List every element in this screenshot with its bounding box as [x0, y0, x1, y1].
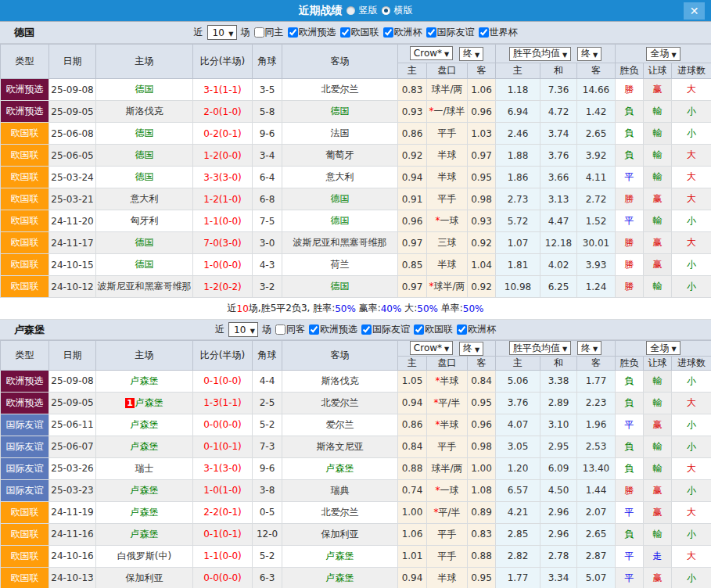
league-checkbox[interactable] [288, 27, 298, 38]
horizontal-layout-label[interactable]: 横版 [394, 4, 413, 17]
chevron-down-icon [442, 48, 449, 59]
result-handicap-cell: 輸 [644, 523, 672, 545]
same-venue-filter[interactable]: 同客 [271, 323, 305, 336]
date-cell: 25-09-08 [49, 370, 96, 392]
same-venue-filter[interactable]: 同主 [250, 26, 284, 39]
horizontal-layout-radio[interactable] [382, 6, 390, 15]
score-cell: 3-3(3-0) [193, 167, 253, 188]
league-filter[interactable]: 欧洲杯 [379, 26, 422, 39]
league-checkbox[interactable] [426, 27, 436, 38]
league-checkbox[interactable] [383, 27, 393, 38]
vertical-layout-label[interactable]: 竖版 [359, 4, 378, 17]
handicap-cell: 平手 [427, 123, 468, 145]
league-checkbox[interactable] [361, 324, 372, 335]
away-team-name: 荷兰 [331, 259, 350, 270]
league-checkbox[interactable] [309, 324, 319, 335]
avg-select[interactable]: 胜平负均值 [509, 47, 571, 61]
crow-away-odds-cell: 0.92 [468, 232, 496, 254]
league-checkbox[interactable] [457, 324, 467, 335]
odds-time-select[interactable]: 终 [459, 47, 483, 61]
avg-draw-cell: 2.78 [540, 545, 577, 567]
avg-draw-cell: 3.66 [540, 167, 577, 188]
handicap-cell: *一球 [427, 479, 468, 501]
team-name: 德国 [14, 26, 34, 40]
crow-away-odds-cell: 0.98 [468, 188, 496, 210]
league-type-cell: 欧国联 [1, 276, 49, 298]
league-filter[interactable]: 欧洲杯 [453, 323, 496, 336]
handicap-cell: *平/半 [427, 392, 468, 414]
league-filter[interactable]: 欧国联 [336, 26, 379, 39]
away-team-name: 意大利 [326, 171, 354, 182]
avg-home-cell: 2.73 [496, 188, 540, 210]
avg-select[interactable]: 胜平负均值 [509, 341, 571, 355]
crow-home-odds-cell: 0.86 [398, 123, 427, 145]
vertical-layout-radio[interactable] [347, 6, 355, 15]
result-handicap-cell: 赢 [644, 479, 672, 501]
crow-home-odds-cell: 0.92 [398, 145, 427, 167]
col-odds-home: 主 [398, 63, 427, 79]
away-team-cell: 斯洛文尼亚 [282, 436, 398, 457]
league-checkbox[interactable] [414, 324, 424, 335]
avg-time-select[interactable]: 终 [577, 341, 601, 355]
score-cell: 7-0(3-0) [193, 232, 253, 254]
away-team-cell: 波斯尼亚和黑塞哥维那 [282, 232, 398, 254]
league-checkbox[interactable] [340, 27, 350, 38]
avg-home-cell: 6.94 [496, 101, 540, 123]
section-header: 德国 近 10 场 同主 欧洲预选欧国联欧洲杯国际友谊世界杯 [0, 22, 711, 44]
crow-away-odds-cell: 1.06 [468, 79, 496, 101]
bookmaker-select[interactable]: Crow* [410, 341, 453, 355]
odds-time-select[interactable]: 终 [459, 342, 483, 356]
scope-select[interactable]: 全场 [646, 341, 680, 355]
avg-time-select[interactable]: 终 [577, 47, 601, 61]
avg-home-cell: 1.86 [496, 167, 540, 188]
handicap-cell: 平手 [427, 545, 468, 567]
score-cell: 2-2(0-1) [193, 501, 253, 523]
avg-home-cell: 1.88 [496, 145, 540, 167]
league-filter[interactable]: 欧国联 [410, 323, 453, 336]
same-venue-checkbox[interactable] [254, 27, 264, 38]
corners-cell: 0-5 [253, 501, 282, 523]
league-filter[interactable]: 世界杯 [475, 26, 518, 39]
col-odds-home: 主 [398, 356, 427, 370]
league-filter[interactable]: 欧洲预选 [284, 26, 336, 39]
league-filter[interactable]: 国际友谊 [422, 26, 475, 39]
home-team-cell: 意大利 [96, 188, 193, 210]
chevron-down-icon [472, 343, 479, 354]
avg-away-cell: 2.53 [577, 436, 616, 457]
avg-draw-cell: 3.74 [540, 123, 577, 145]
avg-away-cell: 5.07 [577, 567, 616, 588]
star-mark: * [436, 375, 440, 386]
league-checkbox[interactable] [479, 27, 489, 38]
league-filter[interactable]: 欧洲预选 [305, 323, 357, 336]
away-team-cell: 北爱尔兰 [282, 79, 398, 101]
avg-away-cell: 2.65 [577, 523, 616, 545]
result-handicap-cell: 輸 [644, 392, 672, 414]
scope-select[interactable]: 全场 [646, 47, 680, 61]
close-button[interactable]: ✕ [684, 2, 705, 20]
same-venue-checkbox[interactable] [275, 324, 285, 335]
matches-tbody: 欧洲预选25-09-08卢森堡0-1(0-0)4-4斯洛伐克1.05*半球0.8… [1, 370, 711, 588]
bookmaker-select[interactable]: Crow* [410, 46, 453, 60]
result-handicap-cell: 輸 [644, 457, 672, 479]
league-type-cell: 欧国联 [1, 210, 49, 232]
date-cell: 25-09-08 [49, 79, 96, 101]
star-mark: * [436, 485, 440, 496]
away-team-cell: 保加利亚 [282, 523, 398, 545]
star-mark: * [436, 215, 440, 226]
filter-bar: 近 10 场 同客 欧洲预选国际友谊欧国联欧洲杯 [0, 322, 711, 337]
col-type: 类型 [1, 45, 49, 79]
games-count-select[interactable]: 10 [228, 322, 258, 337]
date-cell: 25-03-26 [49, 457, 96, 479]
games-count-select[interactable]: 10 [207, 25, 237, 40]
corners-cell: 2-5 [253, 392, 282, 414]
home-team-name: 卢森堡 [131, 441, 159, 452]
away-team-cell: 法国 [282, 123, 398, 145]
col-score: 比分(半场) [193, 341, 253, 371]
team-name: 卢森堡 [14, 323, 45, 337]
league-filters: 欧洲预选欧国联欧洲杯国际友谊世界杯 [284, 26, 518, 40]
match-row: 欧国联24-10-12波斯尼亚和黑塞哥维那1-2(0-2)3-2德国0.97*球… [1, 276, 711, 298]
result-goals-cell: 小 [672, 567, 711, 588]
league-filter[interactable]: 国际友谊 [357, 323, 410, 336]
score-cell: 3-1(3-0) [193, 457, 253, 479]
away-team-cell: 卢森堡 [282, 545, 398, 567]
